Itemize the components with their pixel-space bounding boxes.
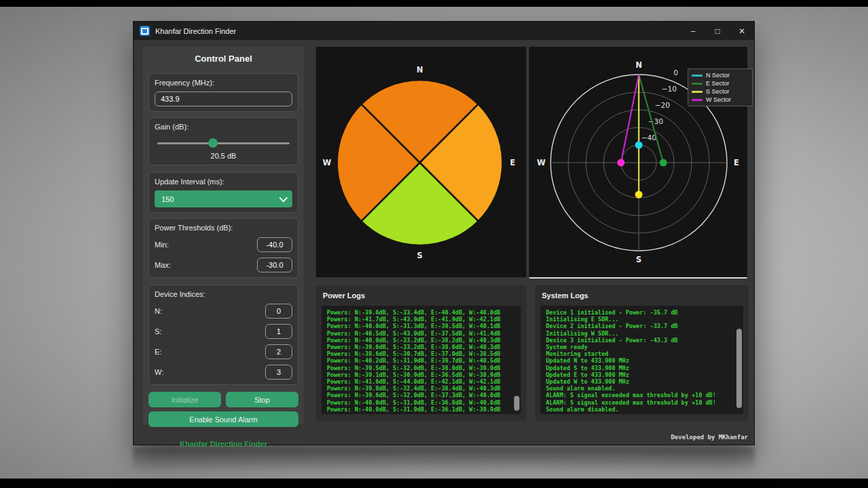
- max-label: Max:: [155, 261, 171, 269]
- legend-label: N Sector: [706, 72, 730, 79]
- device-label-s: S:: [155, 327, 161, 336]
- log-line: Powers: N:-39.8dB, S:-32.4dB, E:-38.4dB,…: [327, 385, 515, 392]
- log-line: Sound alarm enabled.: [546, 385, 738, 392]
- credit-text: Developed by MKhanfar: [671, 434, 748, 441]
- log-line: Updated E to 433.900 MHz: [546, 371, 738, 378]
- log-line: Powers: N:-40.2dB, S:-31.9dB, E:-39.7dB,…: [327, 357, 515, 364]
- polar-series-dot-w: [617, 159, 625, 167]
- pie-compass-label-n: N: [416, 65, 423, 75]
- legend-label: W Sector: [706, 96, 731, 103]
- interval-section: Update Interval (ms): 150: [149, 172, 298, 213]
- gain-label: Gain (dB):: [155, 123, 292, 131]
- log-line: Device 3 initialised - Power: -43.3 dB: [546, 337, 738, 344]
- power-logs-scroll-thumb[interactable]: [514, 396, 519, 411]
- device-row-e: E:: [155, 344, 292, 359]
- app-window: Khanfar Direction Finder – □ ✕ Control P…: [133, 21, 755, 445]
- pie-compass-label-w: W: [323, 158, 332, 167]
- power-logs-scrollbar[interactable]: [514, 308, 519, 412]
- letterbox-bar: [0, 479, 868, 488]
- pie-chart-panel: NESW: [316, 47, 526, 277]
- interval-label: Update Interval (ms):: [155, 178, 292, 186]
- legend-item: N Sector: [692, 71, 749, 79]
- log-line: Powers: N:-40.0dB, S:-31.3dB, E:-39.5dB,…: [327, 323, 515, 329]
- stop-button[interactable]: Stop: [226, 392, 298, 407]
- device-indices-label: Device Indices:: [155, 290, 292, 298]
- close-button[interactable]: ✕: [730, 22, 754, 40]
- polar-compass-label-s: S: [636, 255, 642, 264]
- direction-sector-pie: NESW: [316, 47, 526, 277]
- legend-item: W Sector: [692, 96, 749, 104]
- chevron-down-icon: [279, 194, 288, 203]
- initialize-button[interactable]: Initialize: [149, 392, 221, 407]
- thresholds-label: Power Thresholds (dB):: [155, 224, 292, 232]
- control-panel: Control Panel Frequency (MHz): Gain (dB)…: [143, 47, 304, 424]
- gain-section: Gain (dB): 20.5 dB: [149, 117, 298, 165]
- interval-select[interactable]: 150: [155, 190, 292, 207]
- polar-series-dot-s: [635, 191, 643, 199]
- minimize-button[interactable]: –: [681, 22, 705, 40]
- log-line: Powers: N:-38.6dB, S:-30.7dB, E:-37.0dB,…: [327, 350, 515, 357]
- power-logs-title: Power Logs: [316, 285, 526, 300]
- max-threshold-input[interactable]: [257, 258, 292, 272]
- window-title: Khanfar Direction Finder: [155, 27, 236, 35]
- log-line: ALARM: S signal exceeded max threshold b…: [546, 392, 738, 399]
- polar-series-dot-n: [635, 142, 643, 149]
- power-logs-box[interactable]: Powers: N:-39.6dB, S:-33.4dB, E:-40.4dB,…: [321, 306, 521, 414]
- gain-slider-handle[interactable]: [208, 138, 218, 148]
- maximize-button[interactable]: □: [705, 22, 730, 40]
- legend-swatch: [692, 91, 703, 93]
- device-index-input-s[interactable]: [265, 324, 292, 339]
- control-panel-title: Control Panel: [143, 47, 304, 64]
- legend-swatch: [692, 99, 703, 101]
- device-label-n: N:: [155, 307, 162, 315]
- system-logs-lines: Device 1 initialised - Power: -35.7 dBIn…: [546, 309, 738, 413]
- log-line: Initialising W SDR...: [546, 330, 738, 337]
- polar-r-tick-label: −10: [662, 85, 677, 93]
- device-label-e: E:: [155, 348, 161, 356]
- log-line: Powers: N:-40.0dB, S:-31.0dB, E:-36.8dB,…: [327, 399, 515, 406]
- polar-chart-panel: N SectorE SectorS SectorW Sector 0−10−20…: [529, 47, 747, 279]
- gain-slider[interactable]: [157, 138, 290, 148]
- polar-compass-label-n: N: [635, 60, 642, 70]
- thresholds-section: Power Thresholds (dB): Min: Max:: [149, 218, 298, 278]
- device-row-n: N:: [155, 304, 292, 319]
- legend-swatch: [692, 75, 703, 77]
- system-logs-box[interactable]: Device 1 initialised - Power: -35.7 dBIn…: [540, 306, 743, 414]
- device-index-input-e[interactable]: [265, 344, 292, 359]
- log-line: Powers: N:-39.5dB, S:-32.0dB, E:-38.0dB,…: [327, 365, 515, 371]
- log-line: Updated N to 433.900 MHz: [546, 357, 738, 364]
- pie-compass-label-s: S: [417, 251, 422, 260]
- log-line: Powers: N:-39.6dB, S:-33.2dB, E:-38.6dB,…: [327, 344, 515, 350]
- min-threshold-input[interactable]: [257, 237, 292, 252]
- panel-footer-text: Khanfar Direction Finder: [143, 440, 304, 448]
- polar-r-tick-label: 0: [673, 68, 678, 77]
- log-line: Powers: N:-39.1dB, S:-30.9dB, E:-36.5dB,…: [327, 371, 515, 378]
- log-line: Device 2 initialised - Power: -33.7 dB: [546, 323, 738, 329]
- polar-legend: N SectorE SectorS SectorW Sector: [688, 68, 753, 106]
- app-icon: [140, 26, 150, 36]
- log-line: Powers: N:-41.7dB, S:-43.9dB, E:-41.9dB,…: [327, 316, 515, 323]
- power-logs-panel: Power Logs Powers: N:-39.6dB, S:-33.4dB,…: [316, 285, 526, 421]
- legend-label: E Sector: [706, 80, 730, 87]
- sound-alarm-button[interactable]: Enable Sound Alarm: [149, 411, 298, 427]
- log-line: Monitoring started: [546, 350, 738, 357]
- log-line: Powers: N:-39.6dB, S:-33.4dB, E:-40.4dB,…: [327, 309, 515, 316]
- polar-r-tick-label: −20: [655, 101, 670, 109]
- device-index-input-w[interactable]: [265, 365, 292, 380]
- system-logs-scrollbar[interactable]: [736, 308, 742, 412]
- log-line: Powers: N:-40.5dB, S:-43.9dB, E:-37.5dB,…: [327, 330, 515, 337]
- log-line: Updated W to 433.900 MHz: [546, 378, 738, 385]
- log-line: ALARM: S signal exceeded max threshold b…: [546, 399, 738, 406]
- log-line: System ready: [546, 344, 738, 350]
- gain-slider-track: [157, 142, 290, 144]
- legend-swatch: [692, 83, 703, 85]
- log-line: Device 1 initialised - Power: -35.7 dB: [546, 309, 738, 316]
- log-line: Sound alarm disabled.: [546, 406, 738, 413]
- frequency-input[interactable]: [155, 92, 292, 106]
- polar-series-line-w: [621, 75, 639, 163]
- system-logs-scroll-thumb[interactable]: [736, 329, 742, 408]
- polar-compass-label-w: W: [537, 158, 546, 167]
- log-line: Powers: N:-40.0dB, S:-31.9dB, E:-36.1dB,…: [327, 406, 515, 413]
- gain-value: 20.5 dB: [155, 152, 292, 160]
- device-index-input-n[interactable]: [265, 304, 292, 319]
